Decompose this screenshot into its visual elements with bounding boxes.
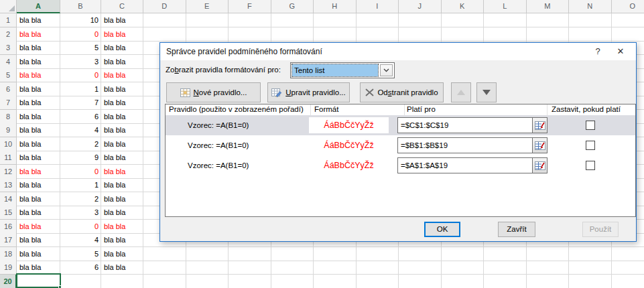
cell-B8[interactable]: 6 xyxy=(60,110,101,124)
cell-B11[interactable]: 9 xyxy=(60,151,101,165)
cell-L20[interactable] xyxy=(484,275,527,288)
cell-B13[interactable]: 1 xyxy=(60,178,101,192)
row-header-14[interactable]: 14 xyxy=(0,192,17,206)
cell-J19[interactable] xyxy=(399,261,442,275)
rule-row-2[interactable]: Vzorec: =A(B1=0) ÁáBbČčYyŽž =$B$1:$B$19 xyxy=(166,135,635,155)
cell-C12[interactable]: bla bla xyxy=(101,165,143,179)
stop-if-true-checkbox-1[interactable] xyxy=(586,121,595,130)
cell-K19[interactable] xyxy=(442,261,485,275)
cell-B12[interactable]: 0 xyxy=(60,165,101,179)
cell-E20[interactable] xyxy=(186,275,229,288)
cell-E1[interactable] xyxy=(186,13,229,27)
fill-handle[interactable] xyxy=(58,285,62,288)
cell-C19[interactable]: bla bla xyxy=(101,261,143,275)
cell-C16[interactable]: bla bla xyxy=(101,220,143,234)
cell-F2[interactable] xyxy=(229,27,271,42)
cell-D18[interactable] xyxy=(143,247,186,261)
row-header-13[interactable]: 13 xyxy=(0,178,17,192)
range-picker-icon[interactable] xyxy=(532,158,547,173)
cell-N19[interactable] xyxy=(569,261,612,275)
cell-L2[interactable] xyxy=(484,27,527,42)
cell-J1[interactable] xyxy=(399,13,442,27)
cell-G19[interactable] xyxy=(271,261,314,275)
cell-F1[interactable] xyxy=(229,13,271,27)
cell-I20[interactable] xyxy=(357,275,399,288)
cell-C2[interactable]: bla bla xyxy=(101,27,143,42)
cell-C14[interactable]: bla bla xyxy=(101,192,143,206)
cell-L1[interactable] xyxy=(484,13,527,27)
cell-M19[interactable] xyxy=(527,261,570,275)
cell-D1[interactable] xyxy=(143,13,186,27)
cell-B9[interactable]: 4 xyxy=(60,123,101,137)
cell-A16[interactable]: bla bla xyxy=(17,220,60,234)
cell-A4[interactable]: bla bla xyxy=(17,55,60,69)
cell-A3[interactable]: bla bla xyxy=(17,41,60,55)
stop-if-true-checkbox-3[interactable] xyxy=(586,161,595,170)
row-header-8[interactable]: 8 xyxy=(0,110,17,124)
cell-O18[interactable] xyxy=(612,247,644,261)
row-header-15[interactable]: 15 xyxy=(0,206,17,220)
col-header-D[interactable]: D xyxy=(143,0,186,13)
stop-if-true-checkbox-2[interactable] xyxy=(586,141,595,150)
row-header-17[interactable]: 17 xyxy=(0,233,17,247)
row-header-20[interactable]: 20 xyxy=(0,275,17,288)
cell-C15[interactable]: bla bla xyxy=(101,206,143,220)
row-header-2[interactable]: 2 xyxy=(0,27,17,42)
cell-B18[interactable]: 5 xyxy=(60,247,101,261)
row-header-12[interactable]: 12 xyxy=(0,165,17,179)
cell-M1[interactable] xyxy=(527,13,570,27)
cell-I19[interactable] xyxy=(357,261,399,275)
cell-C3[interactable]: bla bla xyxy=(101,41,143,55)
cell-A12[interactable]: bla bla xyxy=(17,165,60,179)
cell-G1[interactable] xyxy=(271,13,314,27)
cell-N20[interactable] xyxy=(569,275,612,288)
apply-button[interactable]: Použít xyxy=(582,222,619,237)
cell-B17[interactable]: 4 xyxy=(60,233,101,247)
cell-K20[interactable] xyxy=(442,275,485,288)
col-header-L[interactable]: L xyxy=(484,0,527,13)
cell-G2[interactable] xyxy=(271,27,314,42)
range-picker-icon[interactable] xyxy=(532,138,547,153)
row-header-1[interactable]: 1 xyxy=(0,13,17,27)
cell-D20[interactable] xyxy=(143,275,186,288)
cell-O20[interactable] xyxy=(612,275,644,288)
cell-M20[interactable] xyxy=(527,275,570,288)
cell-B7[interactable]: 7 xyxy=(60,96,101,110)
col-header-A[interactable]: A xyxy=(17,0,60,13)
close-button[interactable]: Zavřít xyxy=(498,222,535,237)
cell-B4[interactable]: 3 xyxy=(60,55,101,69)
col-header-H[interactable]: H xyxy=(314,0,357,13)
cell-C10[interactable]: bla bla xyxy=(101,137,143,151)
cell-H18[interactable] xyxy=(314,247,357,261)
cell-C4[interactable]: bla bla xyxy=(101,55,143,69)
cell-A6[interactable]: bla bla xyxy=(17,82,60,96)
cell-C20[interactable] xyxy=(101,275,143,288)
row-header-7[interactable]: 7 xyxy=(0,96,17,110)
select-all-corner[interactable] xyxy=(0,0,17,13)
cell-B10[interactable]: 2 xyxy=(60,137,101,151)
cell-E2[interactable] xyxy=(186,27,229,42)
cell-K2[interactable] xyxy=(442,27,485,42)
col-header-B[interactable]: B xyxy=(60,0,101,13)
cell-H19[interactable] xyxy=(314,261,357,275)
cell-N1[interactable] xyxy=(569,13,612,27)
cell-O19[interactable] xyxy=(612,261,644,275)
cell-A5[interactable]: bla bla xyxy=(17,68,60,82)
cell-K18[interactable] xyxy=(442,247,485,261)
delete-rule-button[interactable]: Odstranit pravidlo xyxy=(360,82,444,102)
cell-A10[interactable]: bla bla xyxy=(17,137,60,151)
cell-E18[interactable] xyxy=(186,247,229,261)
cell-N18[interactable] xyxy=(569,247,612,261)
cell-A15[interactable]: bla bla xyxy=(17,206,60,220)
col-header-I[interactable]: I xyxy=(357,0,399,13)
cell-A17[interactable]: bla bla xyxy=(17,233,60,247)
cell-A8[interactable]: bla bla xyxy=(17,110,60,124)
cell-H1[interactable] xyxy=(314,13,357,27)
range-picker-icon[interactable] xyxy=(532,118,547,133)
cell-B15[interactable]: 3 xyxy=(60,206,101,220)
rule-row-1[interactable]: Vzorec: =A(B1=0) ÁáBbČčYyŽž =$C$1:$C$19 xyxy=(166,115,635,135)
cell-I18[interactable] xyxy=(357,247,399,261)
cell-O2[interactable] xyxy=(612,27,644,42)
cell-B20[interactable] xyxy=(60,275,101,288)
ok-button[interactable]: OK xyxy=(424,222,460,237)
